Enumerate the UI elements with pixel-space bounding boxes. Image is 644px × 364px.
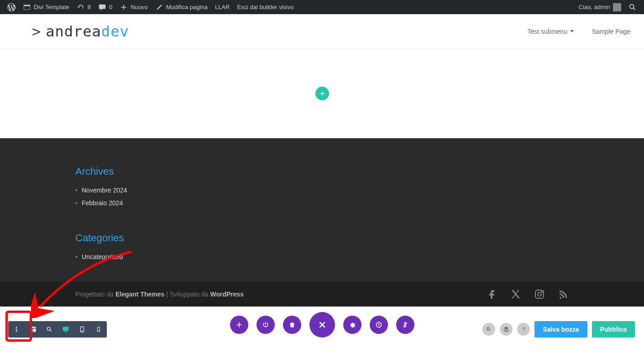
greeting-label: Ciao, admin	[579, 4, 610, 10]
new-label: Nuovo	[131, 4, 148, 10]
svg-rect-11	[64, 332, 67, 333]
delete-button[interactable]	[283, 316, 301, 334]
question-icon: ?	[522, 326, 525, 333]
logo-main: andrea	[46, 23, 101, 40]
sort-button[interactable]	[396, 316, 414, 334]
close-icon	[318, 320, 327, 329]
archive-link[interactable]: Novembre 2024	[75, 184, 644, 197]
builder-center-tools	[230, 312, 414, 338]
search-icon	[486, 326, 492, 333]
layers-icon	[503, 326, 509, 333]
zoom-view-button[interactable]	[41, 321, 58, 338]
svg-point-13	[82, 331, 82, 332]
svg-point-3	[16, 327, 17, 328]
llar-menu[interactable]: LLAR	[211, 0, 234, 14]
footer-widgets: Archives Novembre 2024 Febbraio 2024 Cat…	[0, 138, 644, 281]
site-name-label: Divi Template	[34, 4, 69, 10]
power-icon	[262, 321, 269, 328]
phone-icon	[96, 327, 101, 332]
add-from-library-button[interactable]	[230, 316, 248, 334]
facebook-icon[interactable]	[487, 289, 497, 300]
edit-page-label: Modifica pagina	[166, 4, 208, 10]
svg-rect-6	[30, 327, 36, 328]
updates-count: 8	[88, 4, 91, 10]
trash-icon	[289, 322, 295, 328]
kebab-icon	[13, 326, 20, 333]
nav-item-label: Sample Page	[592, 28, 630, 35]
more-options-button[interactable]	[8, 321, 25, 338]
logo-accent: dev	[101, 23, 129, 40]
edit-page-menu[interactable]: Modifica pagina	[152, 0, 211, 14]
dashboard-icon	[23, 3, 31, 11]
archives-heading: Archives	[75, 166, 644, 177]
new-content-menu[interactable]: Nuovo	[116, 0, 152, 14]
nav-item-sample[interactable]: Sample Page	[592, 28, 630, 35]
phone-view-button[interactable]	[90, 321, 107, 338]
llar-label: LLAR	[215, 4, 230, 10]
theme-link[interactable]: Elegant Themes	[115, 291, 164, 298]
wp-admin-bar: Divi Template 8 0 Nuovo Modifica pagina	[0, 0, 644, 14]
categories-heading: Categories	[75, 232, 644, 244]
publish-button[interactable]: Pubblica	[592, 321, 635, 338]
rss-icon[interactable]	[558, 289, 569, 300]
svg-point-15	[99, 331, 99, 331]
layers-tool-button[interactable]	[500, 323, 513, 336]
page-settings-button[interactable]	[343, 316, 361, 334]
exit-builder-label: Esci dal builder visivo	[237, 4, 293, 10]
comments-menu[interactable]: 0	[94, 0, 116, 14]
pencil-icon	[155, 3, 163, 11]
site-name-menu[interactable]: Divi Template	[19, 0, 73, 14]
svg-point-5	[16, 331, 17, 332]
power-button[interactable]	[257, 316, 275, 334]
updates-menu[interactable]: 8	[73, 0, 94, 14]
chevron-down-icon	[570, 30, 574, 32]
svg-point-1	[538, 292, 541, 296]
close-builder-button[interactable]	[309, 312, 335, 338]
admin-search-button[interactable]	[625, 0, 640, 14]
nav-item-label: Test submenu	[528, 28, 567, 35]
x-twitter-icon[interactable]	[510, 289, 521, 300]
category-link[interactable]: Uncategorized	[75, 250, 644, 263]
logo-prompt: >	[32, 23, 41, 40]
footer-credits: Progettato da Elegant Themes | Sviluppat…	[75, 291, 244, 298]
builder-bottom-bar: ? Salva bozza Pubblica	[0, 307, 644, 345]
search-tool-button[interactable]	[482, 323, 495, 336]
svg-point-4	[16, 329, 17, 330]
svg-rect-9	[63, 327, 69, 331]
desktop-view-button[interactable]	[58, 321, 74, 338]
plus-icon	[319, 90, 325, 97]
tablet-view-button[interactable]	[74, 321, 90, 338]
svg-point-2	[542, 291, 543, 292]
svg-rect-10	[65, 331, 66, 332]
desktop-icon	[62, 326, 69, 333]
save-draft-button[interactable]: Salva bozza	[534, 321, 587, 338]
builder-view-toolbar	[8, 321, 107, 338]
search-icon	[628, 3, 637, 11]
comment-icon	[98, 3, 106, 11]
instagram-icon[interactable]	[534, 289, 545, 300]
history-button[interactable]	[370, 316, 388, 334]
add-section-button[interactable]	[315, 87, 329, 100]
exit-builder-menu[interactable]: Esci dal builder visivo	[233, 0, 297, 14]
help-tool-button[interactable]: ?	[517, 323, 530, 336]
platform-link[interactable]: WordPress	[210, 291, 244, 298]
archive-link[interactable]: Febbraio 2024	[75, 197, 644, 209]
svg-rect-7	[30, 328, 33, 332]
account-menu[interactable]: Ciao, admin	[575, 0, 625, 14]
plus-icon	[236, 321, 243, 328]
wireframe-view-button[interactable]	[25, 321, 41, 338]
builder-canvas[interactable]	[0, 49, 644, 138]
wireframe-icon	[29, 326, 37, 333]
gear-icon	[349, 321, 356, 328]
sort-icon	[402, 321, 409, 328]
plus-icon	[120, 3, 128, 11]
nav-item-submenu[interactable]: Test submenu	[528, 28, 574, 35]
refresh-icon	[77, 3, 85, 11]
tablet-icon	[79, 326, 85, 333]
avatar	[613, 3, 621, 11]
social-links	[487, 289, 569, 300]
wp-logo-menu[interactable]	[4, 0, 19, 14]
footer-bottom: Progettato da Elegant Themes | Sviluppat…	[0, 281, 644, 307]
logo[interactable]: >andreadev	[32, 23, 129, 40]
builder-right-tools: ? Salva bozza Pubblica	[482, 321, 635, 338]
